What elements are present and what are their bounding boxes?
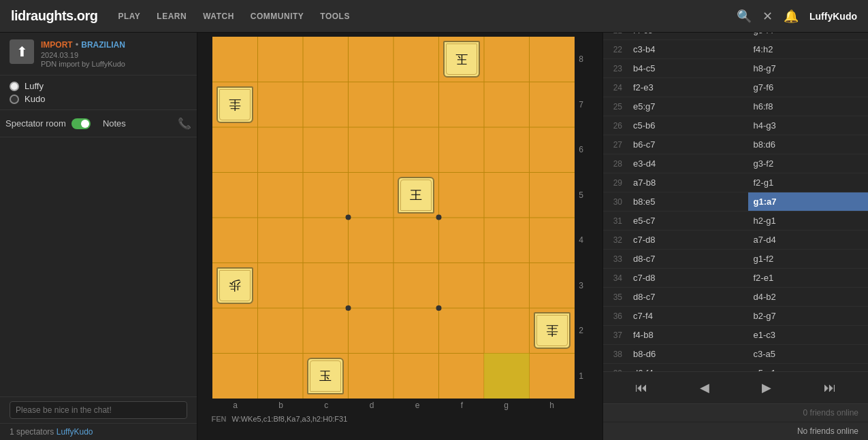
game-type[interactable]: BRAZILIAN — [81, 40, 125, 50]
move-black[interactable]: a7-d4 — [748, 231, 869, 249]
move-black[interactable]: h4-g3 — [748, 116, 869, 135]
left-sidebar: ⬆ IMPORT • BRAZILIAN 2024.03.19 PDN impo… — [0, 33, 197, 440]
move-white[interactable]: d8-c7 — [628, 288, 748, 306]
bell-icon[interactable]: 🔔 — [784, 9, 799, 24]
move-black[interactable]: h6:f8 — [748, 97, 869, 116]
site-logo[interactable]: lidraughts.org — [11, 8, 97, 24]
import-label[interactable]: IMPORT — [41, 40, 73, 50]
move-row: 37 f4-b8 e1-c3 — [603, 326, 868, 345]
nav-community[interactable]: COMMUNITY — [244, 7, 311, 25]
nav-tools[interactable]: TOOLS — [313, 7, 357, 25]
move-white[interactable]: b4-c5 — [628, 59, 748, 78]
move-number: 34 — [603, 273, 628, 283]
move-black[interactable]: c3-a5 — [748, 345, 869, 363]
file-labels: a b c d e f g h — [212, 399, 575, 412]
nav-learn[interactable]: LEARN — [150, 7, 193, 25]
move-number: 26 — [603, 121, 628, 131]
move-white[interactable]: f4-b8 — [628, 326, 748, 344]
move-black[interactable]: g5-f4 — [748, 33, 869, 39]
chat-input-area — [0, 396, 197, 423]
close-icon[interactable]: ✕ — [762, 9, 773, 24]
move-black[interactable]: d4-b2 — [748, 288, 869, 306]
move-white[interactable]: c7-d8 — [628, 231, 748, 249]
prev-move-button[interactable]: ◀ — [692, 377, 718, 398]
move-number: 24 — [603, 83, 628, 92]
move-black[interactable]: b8:d6 — [748, 135, 869, 154]
spectator-link[interactable]: LuffyKudo — [57, 427, 93, 437]
board-area: 玉 王 圭 — [197, 33, 602, 440]
spectator-notes-bar: Spectator room Notes 📞 — [0, 110, 197, 137]
move-white[interactable]: e5:g7 — [628, 97, 748, 116]
move-white[interactable]: e5-c7 — [628, 211, 748, 230]
board[interactable]: 玉 王 圭 — [212, 37, 575, 399]
move-row: 33 d8-c7 g1-f2 — [603, 250, 868, 269]
move-number: 37 — [603, 331, 628, 340]
move-white[interactable]: b8:e5 — [628, 192, 748, 211]
move-white[interactable]: d8-c7 — [628, 250, 748, 268]
move-row: 21 f4-c5 g5-f4 — [603, 33, 868, 40]
notes-button[interactable]: Notes — [97, 116, 131, 131]
move-row: 28 e3-d4 g3-f2 — [603, 154, 868, 173]
move-white[interactable]: a7-b8 — [628, 173, 748, 192]
move-black[interactable]: e1-c3 — [748, 326, 869, 344]
move-white[interactable]: c3-b4 — [628, 40, 748, 58]
move-white[interactable]: c5-b6 — [628, 116, 748, 135]
upload-icon: ⬆ — [10, 39, 34, 64]
player1-name[interactable]: Luffy — [25, 81, 44, 91]
search-icon[interactable]: 🔍 — [737, 9, 752, 24]
move-black[interactable]: a5-e1 — [748, 364, 869, 371]
user-label[interactable]: LuffyKudo — [809, 11, 857, 22]
move-black[interactable]: f2-e1 — [748, 269, 869, 287]
move-white[interactable]: b6-c7 — [628, 135, 748, 154]
player2-name[interactable]: Kudo — [25, 94, 45, 104]
board-with-labels: 玉 王 圭 — [212, 37, 588, 412]
move-black[interactable]: h8-g7 — [748, 59, 869, 78]
piece-c1: 玉 — [306, 356, 345, 396]
move-black[interactable]: f4:h2 — [748, 40, 869, 58]
move-row: 26 c5-b6 h4-g3 — [603, 116, 868, 135]
move-white[interactable]: c7-f4 — [628, 307, 748, 325]
nav-watch[interactable]: WATCH — [196, 7, 241, 25]
move-row: 27 b6-c7 b8:d6 — [603, 135, 868, 154]
move-number: 21 — [603, 33, 628, 35]
game-info: ⬆ IMPORT • BRAZILIAN 2024.03.19 PDN impo… — [0, 33, 197, 75]
pdn-label: PDN import by LuffyKudo — [41, 60, 125, 68]
game-date: 2024.03.19 — [41, 51, 125, 59]
spectator-toggle[interactable] — [71, 118, 91, 129]
move-black[interactable]: g1-f2 — [748, 250, 869, 268]
move-row: 39 d6-f4 a5-e1 — [603, 364, 868, 371]
first-move-button[interactable]: ⏮ — [627, 378, 656, 398]
piece-Bf8: 玉 — [442, 39, 481, 79]
chat-input[interactable] — [10, 401, 187, 419]
nav-play[interactable]: PLAY — [111, 7, 147, 25]
top-nav: lidraughts.org PLAY LEARN WATCH COMMUNIT… — [0, 0, 868, 33]
spectator-label: Spectator room — [5, 118, 66, 129]
move-number: 30 — [603, 197, 628, 207]
fen-value[interactable]: W:WKe5,c1:Bf8,Ka7,a3,h2:H0:F31 — [232, 415, 348, 423]
fen-bar: FEN W:WKe5,c1:Bf8,Ka7,a3,h2:H0:F31 — [206, 413, 594, 424]
move-black[interactable]: f2-g1 — [748, 173, 869, 192]
move-white[interactable]: c7-d8 — [628, 269, 748, 287]
move-white[interactable]: b8-d6 — [628, 345, 748, 363]
last-move-button[interactable]: ⏭ — [816, 378, 844, 398]
move-white[interactable]: e3-d4 — [628, 154, 748, 173]
next-move-button[interactable]: ▶ — [754, 377, 779, 398]
move-black[interactable]: h2-g1 — [748, 211, 869, 230]
move-black[interactable]: b2-g7 — [748, 307, 869, 325]
move-number: 32 — [603, 235, 628, 245]
friends-bar: 0 friends online — [603, 403, 868, 422]
move-black[interactable]: g3-f2 — [748, 154, 869, 173]
move-white[interactable]: f4-c5 — [628, 33, 748, 39]
phone-icon[interactable]: 📞 — [178, 117, 191, 130]
piece-Ka7: 圭 — [215, 85, 255, 124]
move-row: 29 a7-b8 f2-g1 — [603, 173, 868, 192]
move-white[interactable]: f2-e3 — [628, 78, 748, 97]
move-row: 23 b4-c5 h8-g7 — [603, 59, 868, 78]
spectators-count: 1 spectators LuffyKudo — [0, 423, 197, 440]
move-black[interactable]: g7-f6 — [748, 78, 869, 97]
rank-labels: 8 7 6 5 4 3 2 1 — [575, 37, 588, 399]
move-black[interactable]: g1:a7 — [748, 192, 869, 211]
main-layout: ⬆ IMPORT • BRAZILIAN 2024.03.19 PDN impo… — [0, 33, 868, 440]
move-row: 35 d8-c7 d4-b2 — [603, 288, 868, 307]
move-white[interactable]: d6-f4 — [628, 364, 748, 371]
